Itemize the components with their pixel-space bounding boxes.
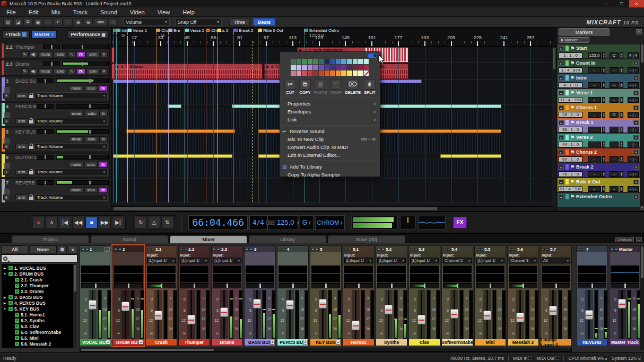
color-swatch[interactable] (325, 59, 330, 64)
pan-slider[interactable] (43, 61, 60, 66)
sidebar-scrollbar[interactable] (73, 264, 77, 348)
marker-color-chip[interactable] (565, 194, 569, 199)
undock-button[interactable]: Undock (615, 237, 634, 242)
color-swatch[interactable] (291, 65, 296, 70)
go-to-start-button[interactable]: |◀ (59, 217, 71, 228)
checkbox-checked-icon[interactable]: × (8, 295, 13, 299)
channel-strip-vocal-bus[interactable]: 1↔0612∞9182736VOCAL BUS+ (80, 245, 111, 346)
save-as-icon[interactable]: ⧉ (23, 18, 32, 26)
pencil-icon[interactable]: ✎ (21, 68, 29, 74)
fader-track[interactable] (549, 290, 557, 339)
sidebar-item-2-2-thumper[interactable]: ×2.2. Thumper (3, 282, 77, 288)
lock-icon[interactable] (29, 120, 33, 123)
mixer-settings-gear-icon[interactable]: ⚙ (58, 245, 67, 253)
pan-slider[interactable] (37, 104, 54, 109)
fader-cap[interactable] (450, 309, 458, 319)
checkbox-checked-icon[interactable]: × (15, 324, 19, 329)
lock-icon[interactable] (29, 197, 33, 200)
sidebar-item-2-3-drums[interactable]: ×2.3. Drums (3, 288, 77, 294)
color-swatch[interactable] (347, 65, 352, 70)
marker-row-verse-1[interactable]: ▸⚑Verse 1✕11 : 4 : 750-▲▼-▲▼- | - (558, 89, 640, 103)
fader-cap[interactable] (187, 315, 195, 324)
fader-cap[interactable] (220, 307, 228, 317)
channel-strip-mini[interactable]: 5.5Input:(L)Input 1/▾0612∞9182736Mini (474, 245, 506, 346)
collapse-expand-button[interactable]: – (336, 340, 341, 345)
track-row-percs-bus[interactable]: 4PERCS BUSmutesolofxarmTrack Volume▾+ (1, 102, 110, 127)
input-select[interactable]: (L)Input 1/▾ (147, 258, 176, 263)
eq-display[interactable] (180, 266, 208, 282)
channel-name-label[interactable]: Lounge Lizard S.. (541, 339, 571, 346)
menu-item-reverse-sound[interactable]: ↩Reverse Sound (280, 127, 380, 135)
marker-row-break-2[interactable]: ▸⚑Break 2✕76 : 1 : 0-▲▼-▲▼- | - (558, 163, 640, 177)
pan-thumb[interactable] (51, 62, 53, 66)
fader-track[interactable] (585, 290, 593, 339)
channel-name-label[interactable]: REVERB (577, 339, 607, 346)
fader-cap[interactable] (154, 311, 162, 320)
key-spinner[interactable]: ▲▼ (620, 156, 623, 162)
color-swatch[interactable] (364, 65, 369, 70)
color-swatch[interactable] (336, 65, 341, 70)
tempo-spinner[interactable]: ▲▼ (602, 186, 606, 192)
marker-key-field[interactable]: G (610, 112, 618, 118)
solo-button[interactable]: solo (84, 85, 98, 91)
input-select[interactable]: All▾ (542, 258, 570, 263)
expand-marker-icon[interactable]: ▸ (559, 195, 564, 199)
marker-time-field[interactable]: 91 : 4 : 332 (559, 186, 582, 192)
expand-marker-icon[interactable]: ▸ (559, 91, 564, 95)
channel-name-label[interactable]: Master Track (610, 339, 640, 346)
channel-name-label[interactable]: BASS BUS+ (245, 339, 275, 346)
pan-slider[interactable] (37, 155, 54, 160)
checkbox-checked-icon[interactable]: × (8, 266, 13, 270)
fx-button[interactable]: fx (99, 187, 108, 193)
menu-item-envelopes[interactable]: Envelopes› (280, 108, 380, 116)
expand-marker-icon[interactable]: ▸ (559, 46, 564, 51)
collapse-expand-button[interactable]: + (106, 340, 110, 345)
pan-thumb[interactable] (45, 181, 46, 184)
delete-marker-icon[interactable]: ✕ (633, 195, 639, 199)
volume-thumb[interactable] (82, 62, 83, 66)
guitar-section-bar[interactable] (440, 154, 501, 158)
time-mode-button[interactable]: Time (229, 18, 250, 26)
markers-scrollbar[interactable]: ▾ (640, 45, 644, 210)
volume-thumb[interactable] (89, 104, 91, 108)
key-spinner[interactable]: ▲▼ (620, 142, 623, 147)
track-volume-select[interactable]: Track Volume▾ (34, 169, 108, 175)
input-select[interactable]: (L)Input 1/▾ (410, 258, 439, 263)
menu-mix[interactable]: Mix (51, 9, 60, 15)
marker-row-count-in[interactable]: ▸⚑Count In✕1 : 4 : 874-▲▼-▲▼- | - (558, 59, 640, 73)
track-row-reverb[interactable]: 7REVERBmutesolofxarmTrack Volume▾+ (1, 179, 110, 203)
key-spinner[interactable]: ▲▼ (620, 52, 623, 58)
key-spinner[interactable]: ▲▼ (620, 127, 623, 133)
expand-marker-icon[interactable]: ▸ (559, 76, 564, 81)
checkbox-checked-icon[interactable]: × (8, 307, 13, 311)
envelope-icon[interactable]: ∿ (68, 51, 75, 57)
metronome-button[interactable]: △ (148, 217, 160, 228)
delete-marker-icon[interactable]: ✕ (633, 165, 639, 170)
fx-button[interactable]: fx (76, 51, 85, 57)
chevron-down-icon[interactable]: ▾ (100, 51, 108, 57)
channel-name-label[interactable]: PERCS BUS+ (277, 339, 308, 346)
eq-display[interactable] (377, 266, 406, 282)
pan-slider[interactable] (147, 283, 176, 288)
key-section-bar[interactable] (126, 129, 235, 133)
collapse-icon[interactable]: ▼ (3, 272, 7, 276)
volume-slider[interactable] (56, 104, 109, 109)
delete-marker-icon[interactable]: ✕ (633, 150, 639, 155)
close-button[interactable]: × (629, 0, 644, 7)
eq-display[interactable] (311, 266, 340, 282)
fader-track[interactable] (220, 290, 228, 339)
channel-strip-softhornstabs[interactable]: 5.4Input:Channel 2▾0612∞9182736SoftHornS… (441, 245, 473, 346)
pan-slider[interactable] (476, 283, 504, 288)
channel-name-label[interactable]: Messiah 2 (508, 339, 538, 346)
marker-key-field[interactable]: G (610, 82, 618, 88)
marker-row-chorus-2[interactable]: ▸⚑Chorus 2✕60 : 1 : 0-▲▼-▲▼- | - (558, 148, 640, 162)
input-select[interactable]: (L)Input 1/▾ (476, 258, 504, 263)
marker-color-chip[interactable] (565, 120, 569, 125)
pan-slider[interactable] (542, 283, 570, 288)
pan-thumb[interactable] (45, 155, 46, 159)
color-swatch[interactable] (319, 65, 324, 70)
tempo-spinner[interactable]: ▲▼ (602, 142, 606, 147)
pan-thumb[interactable] (45, 79, 46, 83)
eq-display[interactable] (279, 266, 307, 282)
marker-meter-field[interactable]: - | - (628, 171, 639, 177)
